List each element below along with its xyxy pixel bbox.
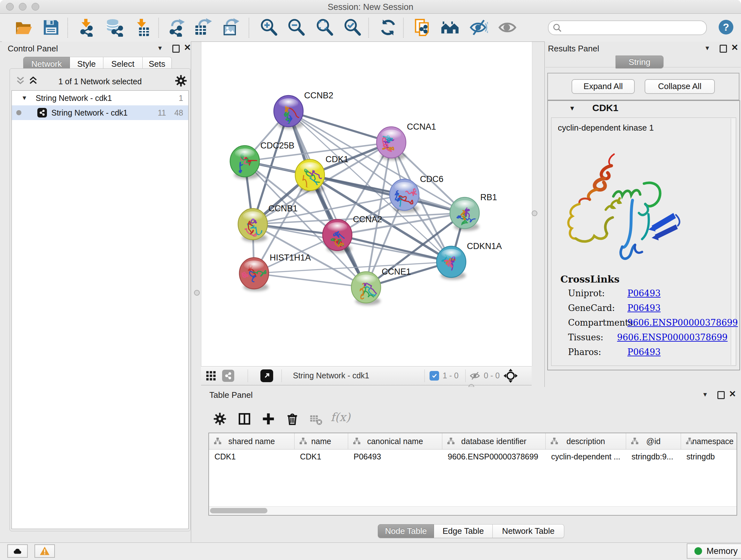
column-header-namespace[interactable]: namespace — [681, 433, 737, 449]
column-header-canonical-name[interactable]: canonical name — [348, 433, 442, 449]
network-options-gear-icon[interactable] — [175, 74, 187, 87]
crosslink-label: Compartments: — [568, 318, 627, 332]
crosslink-link[interactable]: 9606.ENSP00000378699 — [617, 332, 728, 347]
tab-node-table[interactable]: Node Table — [378, 524, 434, 538]
apply-layout-button[interactable] — [379, 18, 397, 37]
function-builder-icon-disabled[interactable]: f(x) — [331, 411, 350, 424]
table-panel-float-icon[interactable] — [718, 391, 725, 399]
column-header-id[interactable]: @id — [626, 433, 681, 449]
help-button[interactable]: ? — [719, 20, 733, 35]
export-image-button[interactable] — [221, 18, 240, 37]
protein-structure-image — [557, 148, 685, 267]
column-header-name[interactable]: name — [294, 433, 348, 449]
tab-edge-table[interactable]: Edge Table — [434, 524, 493, 538]
node-label-ccna1: CCNA1 — [407, 122, 436, 132]
network-edge[interactable] — [288, 111, 391, 142]
scrollbar-thumb[interactable] — [210, 508, 267, 513]
table-type-tabs: Node Table Edge Table Network Table — [378, 524, 564, 538]
cell-id: stringdb:9... — [626, 449, 681, 463]
protein-section-caret-icon[interactable]: ▼ — [569, 105, 576, 112]
crosslink-link[interactable]: 9606.ENSP00000378699 — [627, 318, 738, 332]
export-table-button[interactable] — [193, 18, 212, 37]
column-header-database-identifier[interactable]: database identifier — [442, 433, 546, 449]
cell-database-identifier: 9606.ENSP00000378699 — [442, 449, 546, 463]
add-column-icon[interactable] — [261, 412, 275, 426]
network-overview-icon[interactable] — [222, 370, 234, 382]
table-options-gear-icon[interactable] — [213, 412, 227, 426]
detach-view-icon[interactable] — [260, 369, 273, 382]
export-network-button[interactable] — [167, 18, 186, 37]
show-all-button[interactable] — [498, 18, 517, 37]
window-title: Session: New Session — [0, 2, 741, 12]
table-panel-menu-caret-icon[interactable]: ▼ — [702, 391, 708, 398]
birds-eye-crosshair-icon[interactable] — [503, 369, 518, 383]
memory-button[interactable]: Memory — [687, 543, 741, 559]
network-edge[interactable] — [254, 273, 366, 287]
tab-network-table[interactable]: Network Table — [493, 524, 564, 538]
network-row-selected[interactable]: String Network - cdk1 11 48 — [12, 105, 188, 120]
control-panel-float-icon[interactable] — [172, 45, 180, 53]
results-panel-float-icon[interactable] — [720, 45, 727, 53]
warnings-status-button[interactable] — [35, 544, 55, 558]
collection-name: String Network - cdk1 — [36, 94, 112, 103]
search-input[interactable] — [548, 20, 707, 35]
network-collection-row[interactable]: ▼ String Network - cdk1 1 — [12, 91, 188, 105]
collection-count: 1 — [179, 94, 183, 103]
zoom-selected-button[interactable] — [343, 18, 361, 37]
save-session-button[interactable] — [42, 18, 60, 37]
collapse-all-button[interactable]: Collapse All — [645, 79, 715, 94]
column-type-icon — [213, 437, 222, 445]
show-columns-icon[interactable] — [238, 412, 252, 426]
crosslink-label: Tissues: — [568, 332, 617, 347]
network-node-cdc25b[interactable]: CDC25B — [230, 141, 294, 179]
cell-name: CDK1 — [294, 449, 348, 463]
zoom-fit-icon — [315, 18, 334, 37]
delete-column-trash-icon[interactable] — [285, 412, 299, 426]
hide-selected-button[interactable] — [469, 18, 488, 37]
import-table-button[interactable] — [133, 18, 151, 37]
zoom-fit-button[interactable] — [315, 18, 334, 37]
network-node-ccnb2[interactable]: CCNB2 — [274, 91, 333, 129]
network-node-cdk1[interactable]: CDK1 — [295, 154, 348, 195]
left-splitter-handle[interactable] — [194, 290, 200, 296]
network-from-clipboard-button[interactable] — [414, 18, 432, 37]
status-bar: Memory — [0, 543, 741, 560]
collection-caret-icon[interactable]: ▼ — [21, 95, 27, 102]
column-header-shared-name[interactable]: shared name — [209, 433, 294, 449]
network-canvas[interactable]: CCNB2CCNA1CDC25BCDK1CDC6RB1CCNB1CCNA2CDK… — [201, 42, 532, 366]
crosslink-link[interactable]: P06493 — [627, 288, 661, 303]
control-panel-menu-caret-icon[interactable]: ▼ — [157, 45, 163, 52]
column-header-description[interactable]: description — [546, 433, 626, 449]
control-panel-close-icon[interactable]: ✕ — [184, 43, 191, 53]
open-file-button[interactable] — [14, 18, 32, 37]
import-network-from-database-button[interactable] — [105, 18, 123, 37]
delete-table-icon-disabled[interactable] — [309, 413, 323, 426]
zoom-in-button[interactable] — [259, 18, 278, 37]
table-row[interactable]: CDK1 CDK1 P06493 9606.ENSP00000378699 cy… — [209, 449, 737, 463]
right-splitter-handle[interactable] — [532, 210, 537, 216]
tab-string[interactable]: String — [616, 56, 664, 68]
import-network-button[interactable] — [77, 18, 95, 37]
hidden-eye-icon[interactable] — [470, 371, 480, 381]
network-node-rb1[interactable]: RB1 — [450, 192, 497, 231]
open-session-home-button[interactable] — [441, 18, 459, 37]
node-label-ccna2: CCNA2 — [353, 214, 382, 224]
network-node-cdkn1a[interactable]: CDKN1A — [436, 241, 502, 280]
table-horizontal-scrollbar[interactable] — [209, 506, 737, 515]
cell-description: cyclin-dependent ... — [546, 449, 626, 463]
app-store-status-button[interactable] — [7, 544, 28, 558]
results-panel-menu-caret-icon[interactable]: ▼ — [704, 45, 711, 52]
network-node-ccne1[interactable]: CCNE1 — [351, 267, 411, 305]
network-edge[interactable] — [337, 235, 451, 262]
results-panel-close-icon[interactable]: ✕ — [731, 43, 738, 53]
zoom-out-button[interactable] — [287, 18, 306, 37]
crosslink-link[interactable]: P06493 — [627, 303, 661, 318]
selected-nodes-checkbox-icon[interactable] — [429, 371, 439, 381]
toolbar-separator — [67, 18, 68, 38]
grid-view-icon[interactable] — [205, 370, 216, 381]
crosslink-link[interactable]: P06493 — [627, 347, 661, 362]
network-node-ccna1[interactable]: CCNA1 — [377, 122, 436, 160]
netbar-separator — [248, 369, 248, 382]
table-panel-close-icon[interactable]: ✕ — [729, 389, 736, 399]
expand-all-button[interactable]: Expand All — [571, 79, 635, 94]
